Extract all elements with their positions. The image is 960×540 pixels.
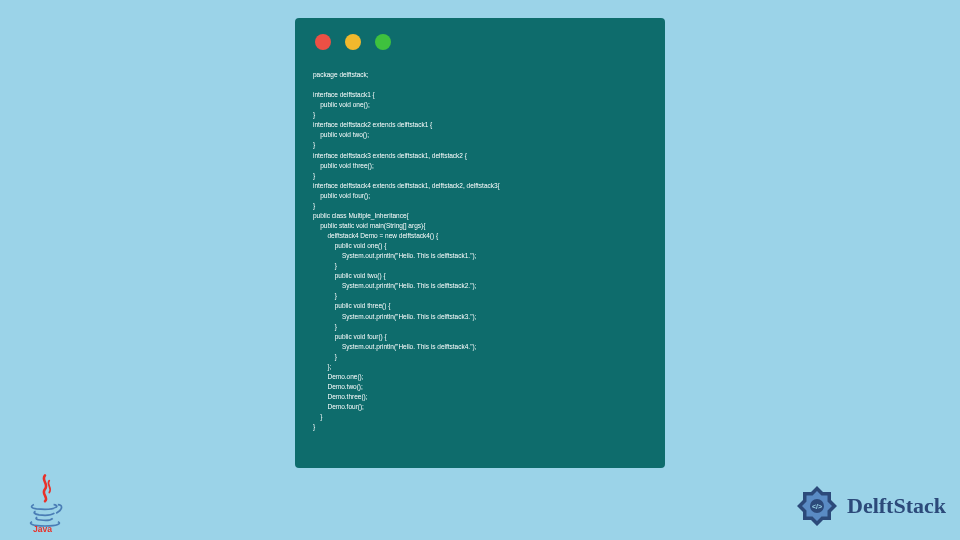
close-icon <box>315 34 331 50</box>
minimize-icon <box>345 34 361 50</box>
maximize-icon <box>375 34 391 50</box>
delftstack-logo: </> DelftStack <box>793 482 946 530</box>
code-editor-window: package delftstack; interface delftstack… <box>295 18 665 468</box>
svg-text:</>: </> <box>812 503 822 510</box>
java-logo-icon: Java <box>20 472 70 532</box>
delftstack-icon: </> <box>793 482 841 530</box>
delftstack-brand-text: DelftStack <box>847 493 946 519</box>
code-block: package delftstack; interface delftstack… <box>313 70 647 432</box>
window-controls <box>315 34 647 50</box>
svg-text:Java: Java <box>33 524 52 532</box>
